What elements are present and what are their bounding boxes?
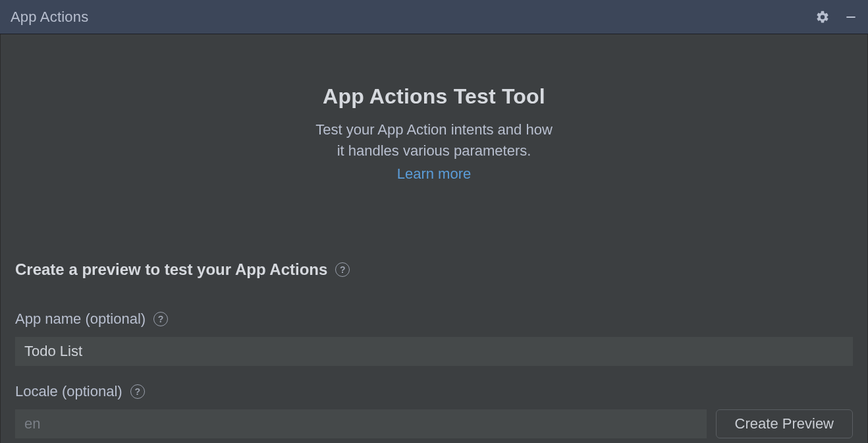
help-icon[interactable]: ? bbox=[130, 384, 145, 399]
help-icon[interactable]: ? bbox=[153, 312, 168, 326]
app-name-input[interactable] bbox=[15, 337, 853, 366]
section-title: Create a preview to test your App Action… bbox=[15, 260, 327, 279]
gear-icon[interactable] bbox=[815, 10, 830, 24]
hero-title: App Actions Test Tool bbox=[15, 84, 853, 109]
locale-row: Create Preview bbox=[15, 409, 853, 438]
hero-description-line2: it handles various parameters. bbox=[337, 142, 531, 159]
titlebar-actions bbox=[815, 10, 857, 24]
locale-label: Locale (optional) bbox=[15, 383, 122, 400]
help-icon[interactable]: ? bbox=[335, 262, 350, 277]
minimize-icon[interactable] bbox=[844, 11, 857, 24]
locale-input[interactable] bbox=[15, 409, 707, 438]
locale-label-row: Locale (optional) ? bbox=[15, 383, 853, 400]
create-preview-button[interactable]: Create Preview bbox=[716, 409, 853, 438]
app-name-label: App name (optional) bbox=[15, 310, 146, 328]
titlebar: App Actions bbox=[0, 0, 868, 34]
learn-more-link[interactable]: Learn more bbox=[397, 165, 472, 183]
section-header: Create a preview to test your App Action… bbox=[15, 260, 853, 279]
hero-description-line1: Test your App Action intents and how bbox=[315, 121, 553, 138]
content-area: App Actions Test Tool Test your App Acti… bbox=[0, 34, 868, 443]
hero-description: Test your App Action intents and how it … bbox=[15, 119, 853, 162]
hero-section: App Actions Test Tool Test your App Acti… bbox=[15, 34, 853, 229]
panel-title: App Actions bbox=[11, 9, 88, 26]
app-name-label-row: App name (optional) ? bbox=[15, 310, 853, 328]
